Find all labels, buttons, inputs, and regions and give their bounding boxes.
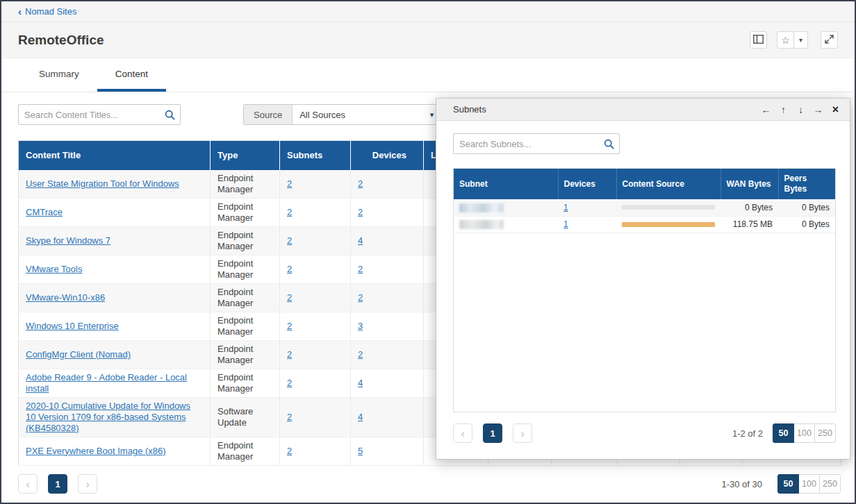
devices-count-link[interactable]: 2 [358, 292, 363, 303]
next-page-button[interactable]: › [78, 474, 97, 494]
content-title-link[interactable]: User State Migration Tool for Windows [26, 178, 179, 189]
dock-down-button[interactable]: ↓ [792, 101, 809, 118]
wan-bytes-value: 118.75 MB [721, 216, 778, 233]
column-header-content-title[interactable]: Content Title [19, 141, 211, 170]
page-size-250-button[interactable]: 250 [819, 474, 841, 494]
column-header-peers-bytes[interactable]: Peers Bytes [778, 169, 835, 199]
devices-count-link[interactable]: 4 [358, 412, 363, 422]
next-page-button[interactable]: › [513, 423, 532, 443]
subnets-count-link[interactable]: 2 [287, 378, 292, 388]
columns-layout-button[interactable] [750, 31, 767, 49]
subnets-search-box [453, 133, 620, 154]
subnet-name-redacted[interactable] [459, 203, 504, 212]
content-title-link[interactable]: ConfigMgr Client (Nomad) [26, 349, 131, 360]
title-bar: RemoteOffice ☆ ▾ [1, 22, 855, 58]
content-title-link[interactable]: VMware Tools [26, 264, 82, 274]
column-header-subnet[interactable]: Subnet [454, 169, 558, 199]
prev-page-button[interactable]: ‹ [18, 474, 38, 494]
column-header-type[interactable]: Type [211, 141, 280, 170]
column-header-subnets[interactable]: Subnets [280, 141, 351, 170]
content-title-link[interactable]: PXE Everywhere Boot Image (x86) [26, 446, 166, 456]
column-header-devices[interactable]: Devices [558, 169, 616, 199]
page-size-250-button[interactable]: 250 [814, 423, 836, 443]
page-size-selector: 50 100 250 [773, 423, 836, 443]
content-title-link[interactable]: Windows 10 Enterprise [26, 321, 119, 331]
devices-count-link[interactable]: 2 [358, 207, 363, 217]
devices-count-link[interactable]: 4 [358, 235, 363, 246]
content-type: Endpoint Manager [217, 230, 253, 251]
arrow-left-icon: ← [762, 104, 771, 115]
prev-page-button[interactable]: ‹ [453, 423, 472, 443]
devices-count-link[interactable]: 2 [358, 178, 363, 189]
subnets-count-link[interactable]: 2 [287, 264, 292, 274]
source-filter-label: Source [244, 105, 293, 124]
subnets-count-link[interactable]: 2 [287, 446, 292, 456]
dock-left-button[interactable]: ← [757, 101, 775, 118]
devices-count-link[interactable]: 4 [358, 378, 363, 388]
content-type: Endpoint Manager [217, 440, 253, 462]
subnets-count-link[interactable]: 2 [287, 235, 292, 246]
subnet-devices-link[interactable]: 1 [563, 203, 568, 212]
subnets-count-link[interactable]: 2 [287, 207, 292, 217]
content-title-link[interactable]: Skype for Windows 7 [26, 235, 110, 246]
content-source-bar [622, 222, 715, 227]
subnets-table: Subnet Devices Content Source WAN Bytes … [454, 169, 836, 233]
subnet-name-redacted[interactable] [459, 220, 504, 229]
subnets-table-container: Subnet Devices Content Source WAN Bytes … [453, 168, 836, 412]
pagination-range: 1-30 of 30 [721, 479, 762, 489]
breadcrumb-back-link[interactable]: ‹ Nomad Sites [18, 6, 76, 17]
content-type: Software Update [217, 406, 253, 428]
source-select[interactable]: All Sources ▾ [293, 105, 441, 124]
page-size-50-button[interactable]: 50 [777, 474, 799, 494]
dock-up-button[interactable]: ↑ [775, 101, 792, 118]
subnets-count-link[interactable]: 2 [287, 349, 292, 360]
subnets-count-link[interactable]: 2 [287, 178, 292, 189]
favorite-dropdown-button[interactable]: ▾ [793, 31, 808, 49]
page-size-100-button[interactable]: 100 [793, 423, 815, 443]
chevron-left-icon: ‹ [461, 428, 465, 439]
search-icon[interactable] [598, 139, 619, 149]
subnets-count-link[interactable]: 2 [287, 292, 292, 303]
search-icon[interactable] [159, 110, 180, 120]
peers-bytes-value: 0 Bytes [778, 199, 835, 216]
pagination-range: 1-2 of 2 [732, 428, 763, 439]
content-title-link[interactable]: Adobe Reader 9 - Adobe Reader - Local in… [26, 372, 187, 394]
breadcrumb: ‹ Nomad Sites [1, 1, 855, 22]
breadcrumb-label: Nomad Sites [25, 6, 76, 17]
arrow-down-icon: ↓ [798, 104, 803, 115]
page-1-button[interactable]: 1 [483, 423, 502, 443]
page-1-button[interactable]: 1 [48, 474, 67, 494]
subnets-search-input[interactable] [454, 139, 598, 149]
page-size-50-button[interactable]: 50 [773, 423, 794, 443]
content-title-link[interactable]: CMTrace [26, 207, 63, 217]
content-type: Endpoint Manager [217, 372, 253, 394]
content-type: Endpoint Manager [217, 287, 253, 308]
subnets-count-link[interactable]: 2 [287, 321, 292, 331]
subnets-count-link[interactable]: 2 [287, 412, 292, 422]
favorite-star-button[interactable]: ☆ [777, 31, 794, 49]
subnet-devices-link[interactable]: 1 [563, 219, 568, 229]
chevron-left-icon: ‹ [26, 478, 30, 490]
columns-icon [753, 35, 764, 45]
dock-right-button[interactable]: → [809, 101, 827, 118]
close-button[interactable]: × [827, 101, 844, 118]
expand-button[interactable] [821, 31, 838, 49]
content-search-input[interactable] [19, 110, 159, 120]
tab-summary[interactable]: Summary [21, 58, 97, 92]
page-size-100-button[interactable]: 100 [798, 474, 820, 494]
devices-count-link[interactable]: 3 [358, 321, 363, 331]
content-title-link[interactable]: 2020-10 Cumulative Update for Windows 10… [26, 401, 190, 433]
column-header-content-source[interactable]: Content Source [616, 169, 721, 199]
column-header-wan-bytes[interactable]: WAN Bytes [721, 169, 778, 199]
column-header-devices[interactable]: Devices [351, 141, 424, 170]
content-title-link[interactable]: VMware-Win10-x86 [26, 292, 105, 303]
tab-content[interactable]: Content [97, 58, 166, 92]
content-source-bar [622, 205, 715, 210]
source-filter: Source All Sources ▾ [243, 104, 441, 125]
devices-count-link[interactable]: 2 [358, 264, 363, 274]
devices-count-link[interactable]: 5 [358, 446, 363, 456]
subnets-panel-header[interactable]: Subnets ← ↑ ↓ → × [436, 99, 850, 121]
devices-count-link[interactable]: 2 [358, 349, 363, 360]
subnets-panel-title: Subnets [453, 104, 486, 115]
tab-bar: Summary Content [1, 58, 855, 92]
